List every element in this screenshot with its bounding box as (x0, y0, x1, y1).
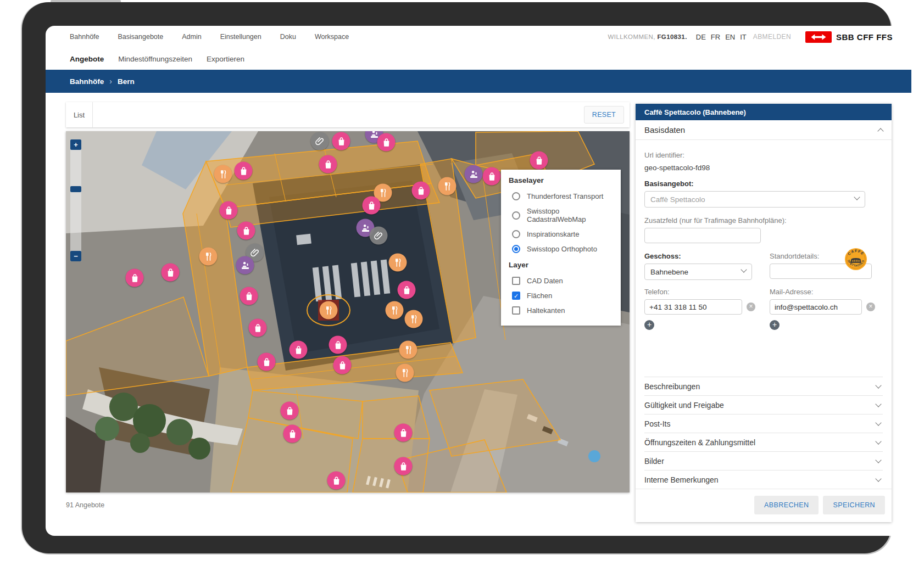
accordion-oeffnungszeiten[interactable]: Öffnungszeiten & Zahlungsmittel (644, 433, 883, 451)
marker-shop[interactable] (319, 155, 337, 173)
marker-shop[interactable] (237, 222, 255, 240)
marker-attachment[interactable] (311, 132, 329, 150)
welcome-text: WILLKOMMEN, FG10831. (608, 33, 687, 40)
basisangebot-select[interactable]: Caffè Spettacolo (644, 191, 865, 208)
baselayer-option-thunderforest[interactable]: Thunderforest Transport (509, 189, 613, 204)
marker-shop[interactable] (394, 424, 413, 442)
marker-restaurant[interactable] (399, 341, 417, 359)
marker-restaurant[interactable] (199, 248, 218, 266)
marker-shop[interactable] (281, 402, 299, 420)
marker-shop[interactable] (249, 319, 267, 337)
marker-restaurant[interactable] (405, 310, 423, 328)
zoom-in-button[interactable]: + (70, 139, 81, 150)
marker-restaurant[interactable] (389, 254, 407, 272)
nav-basisangebote[interactable]: Basisangebote (118, 33, 164, 41)
marker-shop[interactable] (283, 425, 302, 443)
breadcrumb-bahnhoefe[interactable]: Bahnhöfe (70, 77, 104, 86)
tab-list[interactable]: List (66, 102, 93, 127)
marker-attachment[interactable] (370, 227, 388, 245)
layer-haltekanten[interactable]: Haltekanten (509, 303, 613, 318)
nav-admin[interactable]: Admin (182, 33, 201, 41)
layer-flaechen[interactable]: ✓ Flächen (509, 288, 613, 303)
marker-shop[interactable] (290, 341, 308, 359)
nav-doku[interactable]: Doku (280, 33, 296, 41)
chevron-down-icon (875, 401, 881, 407)
clear-mail-icon[interactable]: × (866, 303, 875, 311)
clear-telefon-icon[interactable]: × (747, 303, 755, 311)
zoom-slider-track[interactable] (70, 139, 81, 261)
accordion-bilder[interactable]: Bilder (644, 451, 883, 470)
cancel-button[interactable]: ABBRECHEN (754, 496, 819, 514)
nav-einstellungen[interactable]: Einstellungen (220, 33, 261, 41)
baselayer-option-inspirationskarte[interactable]: Inspirationskarte (509, 227, 613, 242)
accordion-beschreibungen[interactable]: Beschreibungen (644, 377, 883, 395)
url-identifier-value: geo-spettacolo-fd98 (644, 164, 883, 172)
section-basisdaten[interactable]: Basisdaten (636, 120, 892, 140)
basisangebot-value: Caffè Spettacolo (650, 195, 705, 204)
marker-shop[interactable] (398, 281, 416, 299)
zoom-out-button[interactable]: − (70, 251, 81, 261)
marker-shop[interactable] (162, 264, 180, 282)
nav-bahnhoefe[interactable]: Bahnhöfe (70, 33, 99, 41)
mail-input[interactable] (770, 299, 862, 315)
marker-service[interactable] (236, 256, 254, 275)
checkbox-icon[interactable]: ✓ (512, 292, 520, 300)
checkbox-icon[interactable] (512, 277, 520, 285)
logout-link[interactable]: ABMELDEN (753, 33, 791, 41)
baselayer-option-cadastral[interactable]: Swisstopo CadastralWebMap (509, 204, 613, 227)
accordion-gueltigkeit[interactable]: Gültigkeit und Freigabe (644, 395, 883, 414)
radio-icon[interactable] (512, 192, 520, 200)
marker-shop[interactable] (412, 182, 430, 200)
marker-shop[interactable] (363, 197, 381, 215)
marker-restaurant[interactable] (386, 301, 404, 320)
marker-shop[interactable] (258, 353, 276, 371)
marker-shop[interactable] (240, 287, 258, 305)
marker-service[interactable] (465, 165, 483, 183)
marker-shop[interactable] (483, 167, 501, 186)
accordion-interne-bemerkungen[interactable]: Interne Bemerkungen (644, 470, 883, 489)
accordion-post-its[interactable]: Post-Its (644, 414, 883, 433)
subnav-angebote[interactable]: Angebote (70, 55, 104, 63)
marker-shop[interactable] (530, 152, 548, 170)
add-telefon-button[interactable]: + (644, 320, 654, 330)
nav-workspace[interactable]: Workspace (315, 33, 349, 41)
telefon-input[interactable] (644, 299, 742, 315)
chevron-down-icon (875, 419, 881, 425)
option-label: Thunderforest Transport (527, 192, 603, 200)
marker-shop[interactable] (377, 133, 396, 152)
marker-shop[interactable] (220, 201, 238, 220)
baselayer-option-orthophoto[interactable]: Swisstopo Orthophoto (509, 242, 613, 256)
marker-selected-restaurant[interactable] (320, 301, 338, 320)
checkbox-icon[interactable] (512, 306, 520, 315)
subnav-mindestoeffnungszeiten[interactable]: Mindestöffnungszeiten (118, 55, 192, 63)
marker-restaurant[interactable] (214, 165, 232, 183)
radio-icon[interactable] (512, 230, 520, 238)
radio-icon[interactable] (512, 245, 520, 253)
geschoss-select[interactable]: Bahnebene (644, 264, 752, 280)
subnav-exportieren[interactable]: Exportieren (207, 55, 244, 63)
marker-shop[interactable] (332, 132, 350, 150)
marker-shop[interactable] (327, 472, 346, 490)
save-button[interactable]: SPEICHERN (823, 496, 885, 514)
layer-cad-daten[interactable]: CAD Daten (509, 273, 613, 288)
marker-shop[interactable] (235, 162, 253, 180)
marker-shop[interactable] (329, 336, 347, 354)
reset-button[interactable]: RESET (584, 106, 624, 124)
layer-title: Layer (509, 261, 613, 269)
zusatzfeld-input[interactable] (644, 228, 761, 243)
zoom-slider-handle[interactable] (70, 186, 81, 192)
marker-shop[interactable] (126, 269, 144, 287)
baselayer-panel: Baselayer Thunderforest Transport Swisst… (501, 170, 621, 326)
marker-shop[interactable] (333, 356, 352, 374)
marker-restaurant[interactable] (396, 364, 414, 382)
marker-shop[interactable] (394, 457, 413, 475)
radio-icon[interactable] (512, 211, 520, 220)
lang-it[interactable]: IT (740, 33, 747, 41)
option-label: Haltekanten (527, 306, 565, 315)
lang-fr[interactable]: FR (711, 33, 720, 41)
add-mail-button[interactable]: + (770, 320, 780, 330)
lang-en[interactable]: EN (725, 33, 735, 41)
map-viewport[interactable]: + − Baselayer Thunderforest Transport Sw… (66, 131, 630, 492)
marker-restaurant[interactable] (438, 177, 456, 195)
lang-de[interactable]: DE (696, 33, 706, 41)
